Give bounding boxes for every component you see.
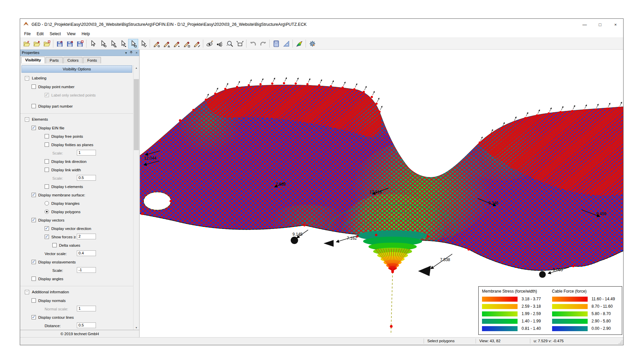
collapse-icon[interactable]: − (25, 290, 29, 294)
vector-arrow (308, 78, 310, 82)
save-file-triangle-button[interactable] (65, 39, 75, 49)
checkbox-display-contour-lines[interactable] (32, 315, 36, 319)
open-file-triangle-button[interactable] (32, 39, 42, 49)
checkbox-display-normals[interactable] (32, 298, 36, 303)
option-row: Delta values (20, 241, 133, 249)
checkbox-display-point-number[interactable] (32, 84, 36, 89)
zoom-window-tool-button[interactable] (235, 39, 245, 49)
tab-parts[interactable]: Parts (46, 57, 63, 63)
node-dot (192, 109, 195, 111)
section-labeling: −Labeling (25, 75, 133, 81)
checkbox-display-link-width[interactable] (45, 168, 49, 172)
input-distance[interactable]: 0.5 (77, 322, 96, 328)
radio-display-polygons[interactable] (45, 209, 49, 214)
menu-help[interactable]: Help (78, 31, 93, 37)
input-normal-scale[interactable]: 1 (77, 306, 96, 311)
svg-text:#: # (60, 40, 62, 44)
checkbox-display-part-number[interactable] (32, 104, 36, 108)
maximize-button[interactable]: □ (592, 19, 608, 30)
legend-row: 5.80 - 8.70 (552, 311, 622, 317)
checkbox-display-t-elements[interactable] (45, 184, 49, 189)
draw-points-tool-button[interactable] (151, 39, 161, 49)
measure-tool-button[interactable] (281, 39, 291, 49)
tab-visibility[interactable]: Visibility (21, 57, 45, 63)
select-elements-tool-icon (119, 40, 127, 48)
explode-view-tool-button[interactable] (215, 39, 225, 49)
explode-view-tool-icon (216, 40, 224, 48)
node-dot (548, 112, 550, 114)
zoom-tool-button[interactable] (225, 39, 235, 49)
node-dot (375, 103, 377, 105)
save-file-square-button[interactable] (75, 39, 85, 49)
checkbox-display-angles[interactable] (32, 277, 36, 281)
orbit-tool-button[interactable] (205, 39, 215, 49)
checkbox-display-link-direction[interactable] (45, 159, 49, 164)
node-dot (169, 200, 172, 202)
viewport-3d[interactable]: 12.0447.58817.9169.3469.4599.1457.1627.5… (140, 50, 623, 338)
select-polygons-tool-button[interactable] (128, 39, 138, 49)
checkbox-display-fixities-as-planes[interactable] (45, 142, 49, 147)
select-points-tool-button[interactable] (98, 39, 108, 49)
draw-lines-tool-button[interactable] (171, 39, 181, 49)
radio-display-triangles[interactable] (45, 201, 49, 205)
select-triangles-tool-button[interactable] (108, 39, 118, 49)
open-file-square-button[interactable] (42, 39, 52, 49)
tab-fonts[interactable]: Fonts (83, 57, 101, 63)
option-label: Display membrane surface: (38, 193, 85, 197)
checkbox-delta-values[interactable] (52, 243, 57, 247)
redo-button[interactable] (258, 39, 268, 49)
scrollbar-thumb[interactable] (134, 79, 139, 150)
legend-range: 5.80 - 8.70 (592, 311, 611, 316)
scroll-down-icon[interactable]: ▼ (133, 325, 139, 330)
scroll-up-icon[interactable]: ▲ (133, 65, 139, 70)
vector-arrow (320, 79, 322, 83)
resize-grip[interactable] (618, 340, 623, 344)
collapse-icon[interactable]: − (25, 76, 29, 80)
pin-icon[interactable] (129, 51, 133, 55)
option-label: Display vectors (38, 218, 64, 222)
option-label: Display angles (38, 277, 63, 281)
vector-arrow (538, 110, 540, 114)
menu-select[interactable]: Select (47, 31, 64, 37)
input-scale[interactable]: -1 (77, 267, 96, 273)
panel-header[interactable]: Properties ▾ × (20, 50, 139, 56)
checkbox-display-vector-direction[interactable] (45, 226, 49, 231)
option-label: Display EIN file (38, 126, 64, 130)
settings-button[interactable] (307, 39, 317, 49)
checkbox-display-membrane-surface[interactable] (32, 193, 36, 197)
menu-file[interactable]: File (21, 31, 34, 37)
checkbox-label-only-selected-points[interactable] (45, 93, 49, 97)
render-view-button[interactable] (294, 39, 304, 49)
open-file-new-button[interactable]: # (21, 39, 32, 49)
checkbox-display-free-points[interactable] (45, 134, 49, 138)
input-show-forces[interactable]: 2 (77, 234, 96, 239)
close-panel-icon[interactable]: × (136, 51, 138, 55)
collapse-icon[interactable]: − (25, 117, 29, 122)
title-bar[interactable]: GED - D:\2_Projekte\Easy\2020\03_26_Webs… (20, 19, 623, 30)
checkbox-display-vectors[interactable] (32, 218, 36, 222)
select-tool-button[interactable] (88, 39, 98, 49)
menu-edit[interactable]: Edit (34, 31, 47, 37)
checkbox-display-ein-file[interactable] (32, 126, 36, 130)
chevron-down-icon[interactable]: ▾ (125, 51, 127, 55)
draw-polygons-tool-button[interactable] (181, 39, 192, 49)
draw-parts-tool-button[interactable] (192, 39, 202, 49)
legend-range: 1.40 - 1.99 (522, 319, 541, 323)
input-scale[interactable]: 1 (77, 150, 96, 156)
checkbox-show-forces[interactable] (45, 235, 49, 239)
save-file-new-button[interactable]: # (55, 39, 65, 49)
select-elements-tool-button[interactable] (118, 39, 128, 49)
close-button[interactable]: × (608, 19, 623, 30)
checkbox-display-enslavements[interactable] (32, 260, 36, 264)
tab-colors[interactable]: Colors (63, 57, 83, 63)
select-parts-tool-button[interactable] (138, 39, 148, 49)
input-vector-scale[interactable]: 0.4 (77, 250, 96, 256)
undo-button[interactable] (248, 39, 258, 49)
input-scale[interactable]: 0.5 (77, 175, 96, 181)
option-label: Display polygons (51, 210, 80, 214)
calculator-button[interactable] (271, 39, 281, 49)
minimize-button[interactable]: — (577, 19, 592, 30)
panel-scrollbar[interactable]: ▲ ▼ (133, 65, 139, 330)
draw-triangles-tool-button[interactable] (161, 39, 171, 49)
menu-view[interactable]: View (64, 31, 78, 37)
